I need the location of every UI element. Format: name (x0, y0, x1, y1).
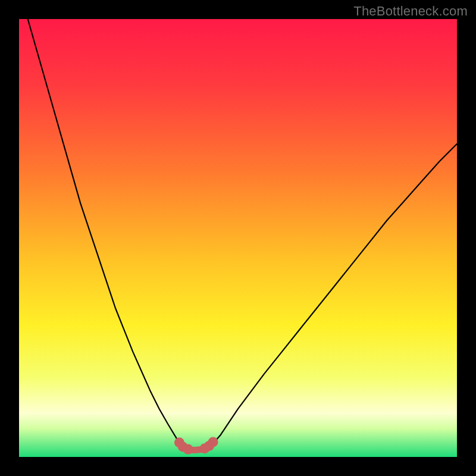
gradient-background (19, 19, 457, 457)
valley-dot (208, 437, 218, 447)
plot-area (19, 19, 457, 457)
chart-frame: TheBottleneck.com (0, 0, 476, 476)
valley-dot (183, 444, 193, 455)
chart-svg (19, 19, 457, 457)
watermark-text: TheBottleneck.com (353, 4, 468, 19)
